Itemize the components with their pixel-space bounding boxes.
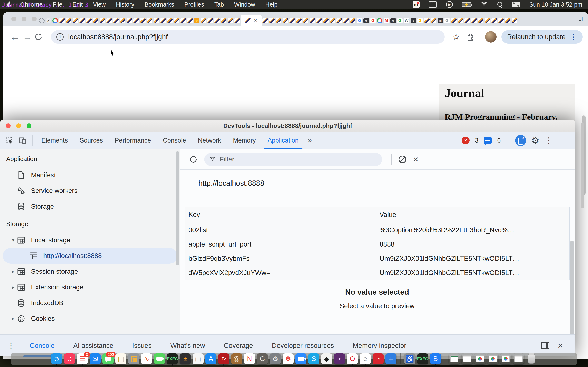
- dock-preview-doc[interactable]: ▢: [192, 353, 204, 364]
- dock-news[interactable]: N: [244, 353, 255, 364]
- filter-input[interactable]: Filter: [204, 153, 382, 166]
- browser-tab[interactable]: [119, 16, 126, 26]
- browser-tab[interactable]: G: [417, 16, 424, 26]
- bookmark-star-icon[interactable]: ☆: [452, 32, 460, 42]
- browser-tab[interactable]: [464, 16, 471, 26]
- zoom-window-button[interactable]: [32, 17, 36, 21]
- tab-network[interactable]: Network: [192, 132, 227, 149]
- browser-tab[interactable]: [329, 16, 336, 26]
- dock-minimized-chrome-window-2[interactable]: [487, 353, 498, 364]
- browser-tab[interactable]: [173, 16, 180, 26]
- issues-message-icon[interactable]: [484, 137, 492, 144]
- browser-tab[interactable]: [289, 16, 295, 26]
- ai-assistance-icon[interactable]: [515, 135, 526, 146]
- tab-console[interactable]: Console: [157, 132, 192, 149]
- browser-tab[interactable]: [59, 16, 65, 26]
- browser-tab[interactable]: [220, 16, 227, 26]
- browser-tab[interactable]: [133, 16, 139, 26]
- browser-tab[interactable]: [295, 16, 302, 26]
- browser-tab[interactable]: [504, 16, 511, 26]
- dock-reminders[interactable]: ☰3: [77, 353, 88, 364]
- tab-search-chevron-icon[interactable]: ⌄: [578, 16, 583, 23]
- dock-terminal-exec[interactable]: EXEC: [167, 353, 178, 364]
- browser-tab[interactable]: [302, 16, 309, 26]
- browser-tab[interactable]: [160, 16, 166, 26]
- browser-tab[interactable]: [471, 16, 477, 26]
- value-cell[interactable]: 8888: [376, 237, 570, 251]
- keyboard-icon[interactable]: [429, 1, 437, 8]
- browser-tab[interactable]: [214, 16, 220, 26]
- dock-calculator[interactable]: ±: [180, 353, 191, 364]
- menu-item-window[interactable]: Window: [229, 1, 260, 8]
- browser-tab[interactable]: [52, 16, 59, 26]
- sidebar-item-storage[interactable]: Storage: [0, 199, 180, 214]
- main-scrollbar-thumb[interactable]: [570, 241, 574, 337]
- minimize-window-button[interactable]: [22, 17, 26, 21]
- dock-side-icon[interactable]: [541, 342, 549, 349]
- dock-minimized-elephant-window[interactable]: [462, 353, 473, 364]
- error-icon[interactable]: ×: [462, 137, 470, 144]
- expand-arrow-closed-icon[interactable]: ▸: [10, 269, 17, 275]
- tab-elements[interactable]: Elements: [35, 132, 74, 149]
- expand-arrow-closed-icon[interactable]: ▸: [10, 316, 17, 322]
- browser-tab[interactable]: W: [403, 16, 410, 26]
- dock-minimized-white-window[interactable]: [513, 353, 524, 364]
- browser-tab[interactable]: [38, 16, 45, 26]
- dock-launchpad[interactable]: [128, 353, 139, 364]
- browser-tab[interactable]: [99, 16, 106, 26]
- browser-tab[interactable]: ◆: [363, 16, 370, 26]
- sidebar-item-service-workers[interactable]: Service workers: [0, 183, 180, 199]
- value-cell[interactable]: Um9iZXJ0X01ldGNhbGZlLTE5NTkwODI5LT…: [376, 266, 570, 280]
- browser-tab[interactable]: [65, 16, 72, 26]
- wifi-icon[interactable]: [480, 2, 488, 7]
- browser-tab[interactable]: ✓: [45, 16, 52, 26]
- dock-postgres-elephant[interactable]: e: [360, 353, 371, 364]
- profile-avatar[interactable]: [485, 31, 497, 43]
- inspect-element-icon[interactable]: [6, 137, 13, 144]
- dock-inkscape[interactable]: ◆: [321, 353, 332, 364]
- sidebar-scrollbar-thumb[interactable]: [176, 151, 179, 266]
- tab-performance[interactable]: Performance: [109, 132, 157, 149]
- menu-item-profiles[interactable]: Profiles: [179, 1, 209, 8]
- active-tab[interactable]: ×: [241, 15, 262, 26]
- site-info-icon[interactable]: i: [56, 33, 64, 41]
- browser-tab[interactable]: [86, 16, 92, 26]
- chrome-page-scrollbar-thumb[interactable]: [581, 122, 584, 208]
- value-column-header[interactable]: Value: [376, 207, 570, 223]
- menu-item-help[interactable]: Help: [260, 1, 283, 8]
- browser-tab[interactable]: [112, 16, 119, 26]
- tab-application[interactable]: Application: [262, 132, 305, 149]
- relaunch-to-update-button[interactable]: Relaunch to update ⋮: [502, 30, 583, 44]
- url-bar[interactable]: i localhost:8888/journal.php?fjjghf: [51, 30, 445, 44]
- dock-terminal[interactable]: EXEC: [417, 353, 428, 364]
- dock-music[interactable]: ♫: [64, 353, 75, 364]
- mk-app-icon[interactable]: m: [413, 1, 420, 8]
- browser-tab[interactable]: [72, 16, 79, 26]
- browser-tab[interactable]: [234, 16, 241, 26]
- key-column-header[interactable]: Key: [185, 207, 376, 223]
- browser-tab[interactable]: [511, 16, 518, 26]
- key-cell[interactable]: apple_script_url_port: [185, 237, 376, 251]
- more-tabs-icon[interactable]: »: [305, 136, 315, 145]
- dock-mail[interactable]: ✉: [90, 353, 101, 364]
- refresh-icon[interactable]: [189, 155, 198, 164]
- dock-finder[interactable]: ☺: [51, 353, 62, 364]
- dock-minimized-sheet-window[interactable]: [449, 353, 460, 364]
- browser-tab[interactable]: [166, 16, 173, 26]
- value-cell[interactable]: Um9iZXJ0X01ldGNhbGZlLTE5NTkwODI5LT…: [376, 251, 570, 266]
- browser-tab[interactable]: [79, 16, 86, 26]
- browser-tabs[interactable]: ✓⚡×G◆GM◈GWSG▣G: [38, 12, 576, 26]
- sidebar-item-cookies[interactable]: ▸Cookies: [0, 311, 180, 326]
- zoom-window-button[interactable]: [26, 123, 31, 128]
- menu-item-tab[interactable]: Tab: [209, 1, 229, 8]
- drawer-menu-kebab-icon[interactable]: ⋮: [7, 341, 15, 350]
- browser-tab[interactable]: [180, 16, 187, 26]
- dock-filezilla[interactable]: Fz: [218, 353, 229, 364]
- control-center-icon[interactable]: [512, 2, 520, 7]
- browser-tab[interactable]: [275, 16, 282, 26]
- browser-tab[interactable]: [336, 16, 343, 26]
- key-cell[interactable]: bGlzdF9qb3VybmFs: [185, 251, 376, 266]
- dock-xcode[interactable]: ⌗: [385, 353, 397, 364]
- storage-origin-heading[interactable]: http://localhost:8888: [181, 170, 575, 196]
- sidebar-item-local-storage[interactable]: ▾Local storage: [0, 232, 180, 248]
